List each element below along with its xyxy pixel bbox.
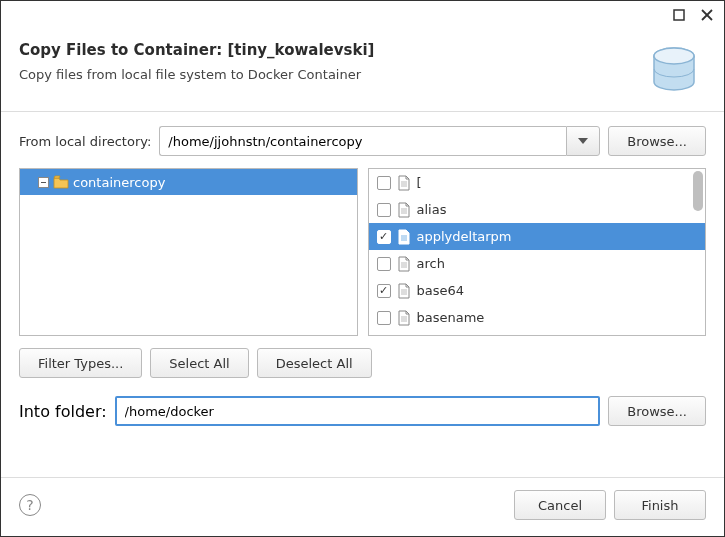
from-directory-input[interactable] [159,126,566,156]
file-row[interactable]: arch [369,250,706,277]
file-checkbox[interactable] [377,311,391,325]
into-folder-input[interactable] [115,396,601,426]
file-name: alias [417,202,447,217]
into-folder-row: Into folder: Browse... [19,396,706,426]
from-browse-button[interactable]: Browse... [608,126,706,156]
maximize-icon[interactable] [672,8,686,22]
tree-root-label: containercopy [73,175,165,190]
file-row[interactable]: applydeltarpm [369,223,706,250]
cancel-button[interactable]: Cancel [514,490,606,520]
from-directory-label: From local directory: [19,134,151,149]
from-directory-dropdown-button[interactable] [566,126,600,156]
file-icon [397,310,411,326]
file-checkbox[interactable] [377,230,391,244]
into-browse-button[interactable]: Browse... [608,396,706,426]
chevron-down-icon [578,138,588,144]
select-all-button[interactable]: Select All [150,348,248,378]
scrollbar-thumb[interactable] [693,171,703,211]
file-row[interactable]: base64 [369,277,706,304]
file-row[interactable]: alias [369,196,706,223]
file-name: applydeltarpm [417,229,512,244]
deselect-all-button[interactable]: Deselect All [257,348,372,378]
file-name: basename [417,310,485,325]
file-name: [ [417,175,422,190]
file-list-scrollbar[interactable] [693,171,703,333]
folder-open-icon [53,175,69,189]
dialog-title: Copy Files to Container: [tiny_kowalevsk… [19,41,636,59]
file-name: arch [417,256,445,271]
into-folder-label: Into folder: [19,402,107,421]
svg-point-4 [654,48,694,64]
file-list[interactable]: [aliasapplydeltarpmarchbase64basename [369,169,706,335]
dialog-footer: ? Cancel Finish [1,477,724,536]
svg-rect-0 [674,10,684,20]
file-icon [397,202,411,218]
collapse-icon[interactable] [38,177,49,188]
filter-types-button[interactable]: Filter Types... [19,348,142,378]
dialog-window: Copy Files to Container: [tiny_kowalevsk… [0,0,725,537]
tree-root-item[interactable]: containercopy [20,169,357,195]
file-icon [397,175,411,191]
file-checkbox[interactable] [377,176,391,190]
file-checkbox[interactable] [377,257,391,271]
directory-tree-pane[interactable]: containercopy [19,168,358,336]
help-icon[interactable]: ? [19,494,41,516]
close-icon[interactable] [700,8,714,22]
file-chooser-panes: containercopy [aliasapplydeltarpmarchbas… [19,168,706,336]
database-icon [646,41,702,97]
file-list-pane[interactable]: [aliasapplydeltarpmarchbase64basename [368,168,707,336]
file-icon [397,256,411,272]
titlebar [1,1,724,29]
svg-marker-5 [578,138,588,144]
file-row[interactable]: [ [369,169,706,196]
file-icon [397,283,411,299]
file-checkbox[interactable] [377,284,391,298]
from-directory-combo[interactable] [159,126,600,156]
selection-buttons-row: Filter Types... Select All Deselect All [19,348,706,378]
dialog-content: From local directory: Browse... containe… [1,112,724,477]
dialog-header: Copy Files to Container: [tiny_kowalevsk… [1,29,724,111]
file-name: base64 [417,283,465,298]
from-directory-row: From local directory: Browse... [19,126,706,156]
finish-button[interactable]: Finish [614,490,706,520]
file-checkbox[interactable] [377,203,391,217]
file-icon [397,229,411,245]
file-row[interactable]: basename [369,304,706,331]
dialog-subtitle: Copy files from local file system to Doc… [19,67,636,82]
